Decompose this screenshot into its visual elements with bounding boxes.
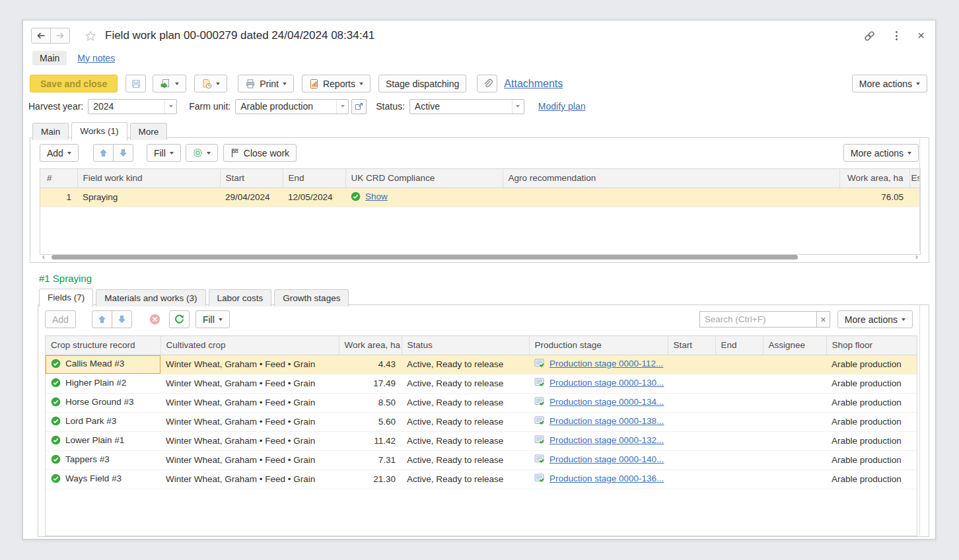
start-cell [668,450,715,470]
production-stage-link[interactable]: Production stage 0000-136... [550,473,664,483]
chevron-down-icon[interactable] [516,105,520,108]
reports-button[interactable]: Reports [302,75,371,92]
works-row-spraying[interactable]: 1 Spraying 29/04/2024 12/05/2024 Show 76… [40,188,920,207]
print-button[interactable]: Print [238,75,294,92]
harvest-year-field[interactable] [88,99,177,114]
col-start: Start [220,169,283,188]
scroll-left-icon[interactable]: ‹ [40,254,48,260]
cultivated-crop-cell: Winter Wheat, Graham • Feed • Grain [160,374,339,393]
shop-floor-cell: Arable production [826,374,917,393]
crop-structure-record-cell[interactable]: Lord Park #3 [46,412,160,431]
forward-button[interactable] [50,28,70,44]
document-history-button[interactable] [194,75,227,92]
status-field[interactable] [409,99,524,114]
crop-structure-record-cell[interactable]: Tappers #3 [46,450,160,470]
compliance-show-link[interactable]: Show [365,192,388,201]
field-row[interactable]: Lord Park #3Winter Wheat, Graham • Feed … [46,412,917,431]
field-row[interactable]: Lower Plain #1Winter Wheat, Graham • Fee… [46,431,917,450]
works-fill-button[interactable]: Fill [147,144,181,162]
works-approve-button[interactable] [186,144,218,162]
scrollbar-thumb[interactable] [52,255,798,260]
printer-icon [245,79,256,89]
get-link-icon[interactable] [863,30,876,42]
crop-structure-record-cell[interactable]: Lower Plain #1 [46,431,160,450]
harvest-year-input[interactable] [89,100,176,114]
works-move-down-button[interactable] [113,144,133,162]
back-button[interactable] [31,28,51,44]
tab-growth-stages[interactable]: Growth stages [274,289,349,306]
field-row[interactable]: Tappers #3Winter Wheat, Graham • Feed • … [46,450,917,470]
assignee-cell [763,431,826,450]
favorite-star-icon[interactable] [85,30,96,42]
close-work-button[interactable]: Close work [223,144,297,162]
field-row[interactable]: Callis Mead #3Winter Wheat, Graham • Fee… [46,355,917,374]
tab-fields[interactable]: Fields (7) [39,289,93,307]
fields-move-down-button[interactable] [112,310,132,328]
tab-labor-costs[interactable]: Labor costs [209,289,272,306]
fields-refresh-button[interactable] [169,310,190,328]
farm-unit-field[interactable] [235,99,349,114]
production-stage-doc-icon [534,359,545,368]
field-row[interactable]: Horse Ground #3Winter Wheat, Graham • Fe… [46,393,917,412]
post-document-icon [160,79,171,89]
production-stage-link[interactable]: Production stage 0000-130... [550,378,664,388]
shop-floor-cell: Arable production [826,470,917,489]
farm-unit-input[interactable] [236,100,348,114]
field-row[interactable]: Ways Field #3Winter Wheat, Graham • Feed… [46,470,917,489]
search-input[interactable] [699,311,817,328]
fields-more-actions-button[interactable]: More actions [837,310,913,328]
search-clear-button[interactable]: × [816,311,830,328]
fields-add-button[interactable]: Add [45,310,76,328]
production-stage-link[interactable]: Production stage 0000-112... [550,359,663,368]
save-button[interactable] [125,75,146,92]
work-area-cell: 17.49 [339,374,402,393]
production-stage-cell: Production stage 0000-134... [529,393,668,412]
works-fill-label: Fill [154,148,166,158]
production-stage-link[interactable]: Production stage 0000-134... [550,397,664,407]
more-actions-button[interactable]: More actions [852,75,927,92]
field-row[interactable]: Higher Plain #2Winter Wheat, Graham • Fe… [46,374,917,393]
fields-header-row: Crop structure record Cultivated crop Wo… [46,336,917,355]
attachments-icon-button[interactable] [477,75,497,92]
status-input[interactable] [410,100,524,114]
fields-delete-button[interactable] [149,314,160,325]
tab-section-main[interactable]: Main [32,123,69,140]
works-horizontal-scrollbar[interactable]: ‹ › [40,253,921,261]
open-farm-unit-button[interactable] [351,99,367,114]
tab-section-more[interactable]: More [130,123,168,140]
tab-section-works[interactable]: Works (1) [71,122,127,141]
chevron-down-icon[interactable] [169,105,173,108]
work-agro-recommendation[interactable] [503,188,839,207]
attachments-link[interactable]: Attachments [504,78,563,90]
modify-plan-link[interactable]: Modify plan [538,101,586,112]
scroll-right-icon[interactable]: › [913,254,921,260]
tab-main[interactable]: Main [32,51,67,65]
crop-structure-record-cell[interactable]: Callis Mead #3 [46,355,160,374]
fields-fill-button[interactable]: Fill [195,310,230,328]
desktop-background: Field work plan 00-000279 dated 24/04/20… [0,0,959,560]
stage-dispatching-button[interactable]: Stage dispatching [378,75,466,92]
production-stage-link[interactable]: Production stage 0000-132... [550,435,664,445]
production-stage-link[interactable]: Production stage 0000-140... [550,454,664,464]
page-title: Field work plan 00-000279 dated 24/04/20… [105,29,374,42]
post-document-button[interactable] [153,75,186,92]
tab-my-notes[interactable]: My notes [77,53,115,63]
cultivated-crop-cell: Winter Wheat, Graham • Feed • Grain [160,431,339,450]
col-start: Start [668,336,715,355]
crop-structure-record-cell[interactable]: Horse Ground #3 [46,393,160,412]
production-stage-link[interactable]: Production stage 0000-138... [550,416,664,426]
fields-move-up-button[interactable] [92,310,112,328]
works-add-button[interactable]: Add [40,144,79,162]
tab-materials-and-works[interactable]: Materials and works (3) [96,289,205,306]
save-and-close-button[interactable]: Save and close [30,75,118,92]
works-move-up-button[interactable] [93,144,114,162]
chevron-down-icon[interactable] [341,105,345,108]
fields-vertical-scroll-track[interactable] [919,306,920,536]
dropdown-caret-icon [67,152,71,155]
crop-structure-record-cell[interactable]: Ways Field #3 [46,470,160,489]
window-more-menu-icon[interactable] [896,31,898,40]
works-vertical-scroll-track[interactable] [919,139,920,252]
close-window-icon[interactable]: × [917,30,925,41]
works-more-actions-button[interactable]: More actions [843,144,919,162]
crop-structure-record-cell[interactable]: Higher Plain #2 [46,374,160,393]
